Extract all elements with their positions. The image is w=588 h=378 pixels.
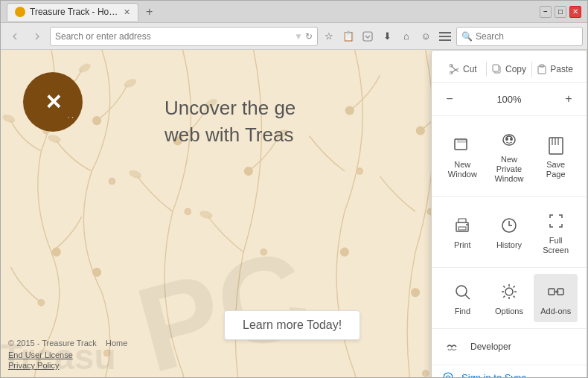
zoom-out-button[interactable]: − bbox=[441, 90, 458, 108]
search-bar[interactable]: 🔍 bbox=[456, 27, 583, 46]
close-button[interactable]: ✕ bbox=[569, 6, 581, 18]
svg-point-14 bbox=[52, 248, 60, 256]
minimize-button[interactable]: − bbox=[540, 6, 552, 18]
copy-button[interactable]: Copy bbox=[487, 61, 532, 77]
refresh-icon[interactable]: ↻ bbox=[305, 31, 313, 42]
cut-button[interactable]: Cut bbox=[441, 61, 486, 77]
home-icon[interactable]: ⌂ bbox=[398, 28, 415, 45]
find-button[interactable]: Find bbox=[441, 274, 485, 322]
sign-in-button[interactable]: Sign in to Sync bbox=[432, 365, 587, 377]
logo-circle: ✕ · · bbox=[23, 72, 83, 132]
profile-icon[interactable]: ☺ bbox=[418, 28, 434, 45]
new-tab-button[interactable]: + bbox=[143, 5, 156, 19]
logo-dots: · · bbox=[68, 113, 74, 121]
full-screen-button[interactable]: Full Screen bbox=[534, 203, 578, 261]
developer-button[interactable]: Developer bbox=[441, 332, 578, 362]
download-icon[interactable]: ⬇ bbox=[379, 28, 395, 45]
print-label: Print bbox=[454, 240, 471, 250]
address-bar-icons: ▼ ↻ bbox=[294, 31, 313, 42]
svg-point-9 bbox=[109, 179, 115, 185]
menu-grid-row1: New Window New Private Window Save Page bbox=[432, 116, 587, 197]
tab-favicon bbox=[15, 7, 25, 17]
menu-icon[interactable] bbox=[437, 28, 453, 45]
headline-line1: Uncover the ge bbox=[164, 94, 295, 121]
add-ons-button[interactable]: Add-ons bbox=[534, 274, 578, 322]
headline-line2: web with Treas bbox=[164, 121, 295, 148]
license-link[interactable]: End User License bbox=[8, 350, 127, 359]
tab-close-button[interactable]: ✕ bbox=[124, 7, 130, 17]
search-input[interactable] bbox=[476, 31, 587, 42]
svg-point-27 bbox=[357, 168, 362, 174]
home-link[interactable]: Home bbox=[106, 339, 127, 347]
footer-copyright: © 2015 - Treasure Track Home bbox=[8, 339, 127, 347]
svg-point-0 bbox=[16, 8, 24, 16]
zoom-row: − 100% + bbox=[441, 87, 578, 111]
svg-point-64 bbox=[505, 288, 513, 295]
print-button[interactable]: Print bbox=[441, 203, 485, 261]
save-page-label: Save Page bbox=[537, 160, 575, 179]
new-private-window-label: New Private Window bbox=[490, 155, 528, 185]
svg-point-53 bbox=[510, 138, 513, 141]
zoom-value: 100% bbox=[496, 94, 521, 105]
new-window-button[interactable]: New Window bbox=[441, 122, 485, 190]
find-icon bbox=[450, 280, 474, 304]
svg-point-16 bbox=[93, 268, 101, 276]
title-bar-left: Treasure Track - Home Pa... ✕ + bbox=[7, 3, 540, 21]
firefox-menu-panel: Cut Copy Paste bbox=[431, 50, 587, 377]
privacy-link[interactable]: Privacy Policy bbox=[8, 361, 127, 370]
new-private-window-button[interactable]: New Private Window bbox=[488, 122, 531, 190]
new-window-icon bbox=[450, 133, 474, 157]
address-bar[interactable]: ▼ ↻ bbox=[50, 27, 318, 46]
bookmark-icon[interactable]: ▼ bbox=[294, 31, 303, 42]
svg-line-63 bbox=[465, 295, 470, 299]
new-private-window-icon bbox=[497, 128, 521, 152]
toolbar-icons: ☆ 📋 ⬇ ⌂ ☺ bbox=[321, 28, 453, 45]
zoom-section: − 100% + bbox=[432, 83, 587, 116]
svg-point-11 bbox=[185, 208, 191, 214]
svg-rect-46 bbox=[493, 65, 499, 71]
svg-rect-4 bbox=[439, 39, 451, 41]
svg-point-60 bbox=[466, 224, 467, 225]
developer-section: Developer bbox=[432, 329, 587, 365]
cut-copy-paste-section: Cut Copy Paste bbox=[432, 57, 587, 83]
headline: Uncover the ge web with Treas bbox=[164, 94, 295, 149]
paste-icon bbox=[537, 64, 547, 74]
tab-label: Treasure Track - Home Pa... bbox=[30, 7, 119, 17]
pocket-icon[interactable] bbox=[359, 28, 376, 45]
cta-button[interactable]: Learn more Today! bbox=[224, 310, 360, 340]
back-button[interactable] bbox=[5, 27, 25, 46]
svg-rect-59 bbox=[458, 227, 466, 230]
cut-copy-paste-row: Cut Copy Paste bbox=[441, 61, 578, 77]
forward-button[interactable] bbox=[28, 27, 47, 46]
history-label: History bbox=[496, 240, 522, 250]
history-button[interactable]: History bbox=[488, 203, 531, 261]
browser-window: Treasure Track - Home Pa... ✕ + − □ ✕ ▼ … bbox=[0, 0, 588, 378]
zoom-in-button[interactable]: + bbox=[560, 90, 578, 108]
save-page-button[interactable]: Save Page bbox=[534, 122, 578, 190]
new-window-label: New Window bbox=[444, 160, 482, 179]
svg-point-37 bbox=[423, 371, 429, 377]
maximize-button[interactable]: □ bbox=[555, 6, 566, 18]
sync-icon bbox=[441, 370, 456, 377]
window-controls: − □ ✕ bbox=[540, 6, 581, 18]
developer-label: Developer bbox=[470, 342, 511, 352]
svg-rect-2 bbox=[439, 32, 451, 33]
find-label: Find bbox=[455, 307, 470, 316]
svg-rect-54 bbox=[549, 138, 563, 154]
print-icon bbox=[450, 214, 474, 237]
svg-point-67 bbox=[444, 373, 453, 377]
paste-button[interactable]: Paste bbox=[532, 61, 578, 77]
save-page-icon bbox=[544, 133, 568, 157]
address-input[interactable] bbox=[55, 31, 294, 42]
clipboard-icon[interactable]: 📋 bbox=[340, 28, 357, 45]
footer-area: © 2015 - Treasure Track Home End User Li… bbox=[8, 339, 127, 370]
options-label: Options bbox=[495, 307, 523, 316]
menu-grid-row3: Find Options Add-ons bbox=[432, 268, 587, 329]
developer-icon bbox=[441, 335, 464, 359]
svg-point-62 bbox=[456, 286, 467, 296]
star-icon[interactable]: ☆ bbox=[321, 28, 337, 45]
options-button[interactable]: Options bbox=[488, 274, 531, 322]
svg-point-34 bbox=[340, 248, 348, 256]
add-ons-icon bbox=[544, 280, 568, 304]
browser-tab[interactable]: Treasure Track - Home Pa... ✕ bbox=[7, 3, 138, 21]
